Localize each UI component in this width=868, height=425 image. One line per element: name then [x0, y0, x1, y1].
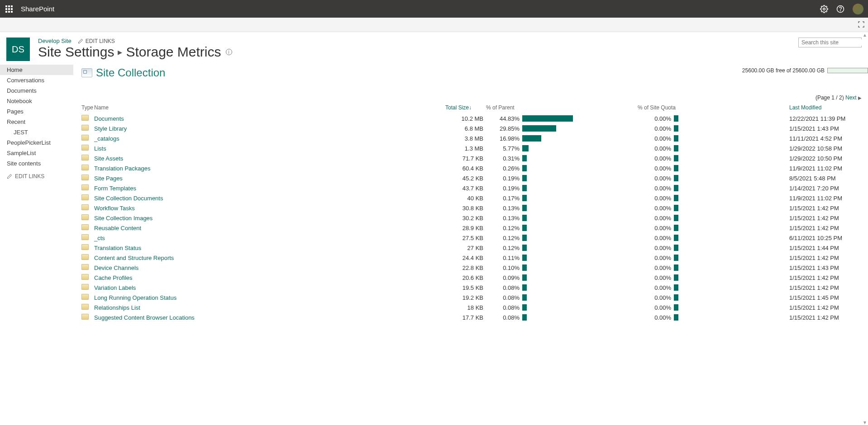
col-type[interactable]: Type — [81, 103, 94, 113]
item-link[interactable]: Long Running Operation Status — [94, 294, 176, 301]
cell-size: 1.3 MB — [445, 143, 486, 153]
chevron-right-icon[interactable]: ▶ — [858, 95, 862, 100]
cell-size: 22.8 KB — [445, 263, 486, 273]
nav-item-samplelist[interactable]: SampleList — [0, 148, 73, 158]
site-link[interactable]: Develop Site — [38, 38, 72, 44]
nav-item-recent[interactable]: Recent — [0, 117, 73, 127]
item-link[interactable]: Translation Packages — [94, 165, 151, 172]
item-link[interactable]: Site Collection Images — [94, 215, 153, 222]
cell-size: 24.4 KB — [445, 253, 486, 263]
search-box[interactable]: ▼ — [798, 38, 862, 47]
cell-pct-quota: 0.00% — [638, 123, 674, 133]
item-link[interactable]: Workflow Tasks — [94, 205, 135, 212]
parent-bar — [522, 155, 635, 161]
search-input[interactable] — [799, 39, 868, 46]
nav-item-documents[interactable]: Documents — [0, 85, 73, 96]
parent-bar — [522, 274, 635, 281]
nav-item-site-contents[interactable]: Site contents — [0, 158, 73, 169]
cell-pct-quota: 0.00% — [638, 312, 674, 322]
cell-size: 20.6 KB — [445, 273, 486, 283]
focus-content-icon[interactable] — [857, 20, 865, 28]
cell-pct-parent: 0.31% — [486, 153, 522, 163]
table-row: Suggested Content Browser Locations17.7 … — [81, 312, 862, 322]
nav-item-conversations[interactable]: Conversations — [0, 75, 73, 85]
item-link[interactable]: Variation Labels — [94, 284, 136, 291]
col-modified[interactable]: Last Modified — [789, 103, 862, 113]
item-link[interactable]: Style Library — [94, 125, 127, 132]
title-storage-metrics: Storage Metrics — [126, 44, 221, 60]
folder-icon — [81, 284, 89, 290]
table-row: Site Assets71.7 KB0.31%0.00%1/29/2022 10… — [81, 153, 862, 163]
cell-modified: 1/15/2021 1:42 PM — [789, 203, 862, 213]
col-name[interactable]: Name — [94, 103, 445, 113]
item-link[interactable]: Cache Profiles — [94, 274, 133, 281]
nav-item-notebook[interactable]: Notebook — [0, 96, 73, 106]
folder-icon — [81, 165, 89, 170]
col-pct-quota[interactable]: % of Site Quota — [638, 103, 674, 113]
item-link[interactable]: Translation Status — [94, 245, 141, 251]
nav-item-pages[interactable]: Pages — [0, 106, 73, 117]
cell-size: 19.2 KB — [445, 293, 486, 302]
gear-icon[interactable] — [820, 5, 828, 13]
folder-icon — [81, 254, 89, 260]
cell-pct-parent: 0.08% — [486, 283, 522, 293]
edit-links-top[interactable]: EDIT LINKS — [78, 38, 115, 44]
folder-icon — [81, 115, 89, 121]
item-link[interactable]: Content and Structure Reports — [94, 255, 174, 261]
col-pct-parent[interactable]: % of Parent — [486, 103, 522, 113]
cell-pct-quota: 0.00% — [638, 133, 674, 143]
paging-next[interactable]: Next — [845, 94, 857, 101]
svg-point-0 — [823, 8, 825, 10]
table-row: Cache Profiles20.6 KB0.09%0.00%1/15/2021… — [81, 273, 862, 283]
help-icon[interactable] — [836, 5, 844, 13]
app-launcher-icon[interactable] — [5, 5, 13, 13]
table-row: Site Collection Documents40 KB0.17%0.00%… — [81, 193, 862, 203]
item-link[interactable]: Device Channels — [94, 264, 138, 271]
nav-item-home[interactable]: Home — [0, 65, 73, 75]
folder-icon — [81, 214, 89, 220]
cell-modified: 1/15/2021 1:43 PM — [789, 263, 862, 273]
table-row: Lists1.3 MB5.77%0.00%1/29/2022 10:58 PM — [81, 143, 862, 153]
site-collection-heading[interactable]: Site Collection — [96, 66, 165, 79]
cell-modified: 1/14/2021 7:20 PM — [789, 183, 862, 193]
breadcrumb-separator: ▸ — [118, 47, 122, 57]
item-link[interactable]: Relationships List — [94, 304, 140, 311]
item-link[interactable]: Documents — [94, 115, 124, 122]
brand-title[interactable]: SharePoint — [21, 5, 54, 13]
folder-icon — [81, 244, 89, 250]
item-link[interactable]: Site Pages — [94, 175, 123, 182]
parent-bar — [522, 125, 635, 132]
cell-pct-parent: 44.83% — [486, 113, 522, 123]
cell-pct-quota: 0.00% — [638, 253, 674, 263]
table-row: Site Pages45.2 KB0.19%0.00%8/5/2021 5:48… — [81, 173, 862, 183]
folder-icon — [81, 274, 89, 280]
item-link[interactable]: Site Assets — [94, 155, 123, 162]
nav-item-peoplepickerlist[interactable]: PeoplePickerList — [0, 137, 73, 148]
item-link[interactable]: _catalogs — [94, 135, 119, 142]
edit-links-nav[interactable]: EDIT LINKS — [0, 169, 73, 179]
nav-item-jest[interactable]: JEST — [0, 127, 73, 137]
cell-pct-parent: 0.08% — [486, 312, 522, 322]
info-icon[interactable]: i — [226, 49, 232, 55]
item-link[interactable]: Form Templates — [94, 185, 136, 192]
item-link[interactable]: Lists — [94, 145, 106, 152]
parent-bar — [522, 115, 635, 122]
cell-pct-quota: 0.00% — [638, 293, 674, 302]
item-link[interactable]: Suggested Content Browser Locations — [94, 314, 195, 321]
title-site-settings[interactable]: Site Settings — [38, 44, 114, 60]
item-link[interactable]: Reusable Content — [94, 225, 141, 231]
cell-pct-quota: 0.00% — [638, 153, 674, 163]
cell-pct-quota: 0.00% — [638, 233, 674, 243]
page-header: DS Develop Site EDIT LINKS Site Settings… — [0, 32, 868, 65]
item-link[interactable]: Site Collection Documents — [94, 195, 163, 202]
folder-icon — [81, 155, 89, 161]
user-avatar[interactable] — [853, 4, 863, 14]
item-link[interactable]: _cts — [94, 235, 105, 241]
col-total-size[interactable]: Total Size↓ — [445, 103, 486, 113]
table-row: Site Collection Images30.2 KB0.13%0.00%1… — [81, 213, 862, 223]
cell-size: 60.4 KB — [445, 163, 486, 173]
cell-pct-parent: 0.10% — [486, 263, 522, 273]
site-logo[interactable]: DS — [6, 38, 30, 61]
parent-bar — [522, 135, 635, 142]
cell-modified: 1/29/2022 10:50 PM — [789, 153, 862, 163]
